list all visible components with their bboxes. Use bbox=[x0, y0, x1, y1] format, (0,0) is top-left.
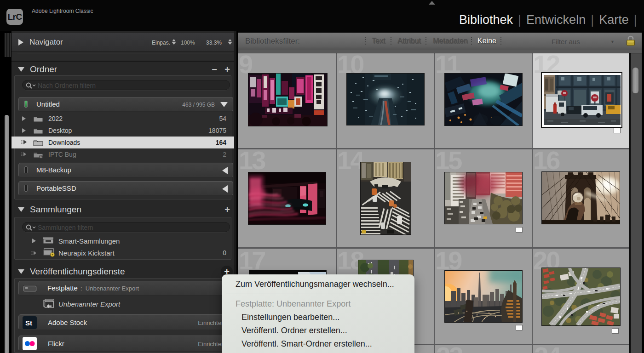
svg-text:?: ? bbox=[40, 155, 42, 159]
svg-text:St: St bbox=[25, 319, 32, 327]
